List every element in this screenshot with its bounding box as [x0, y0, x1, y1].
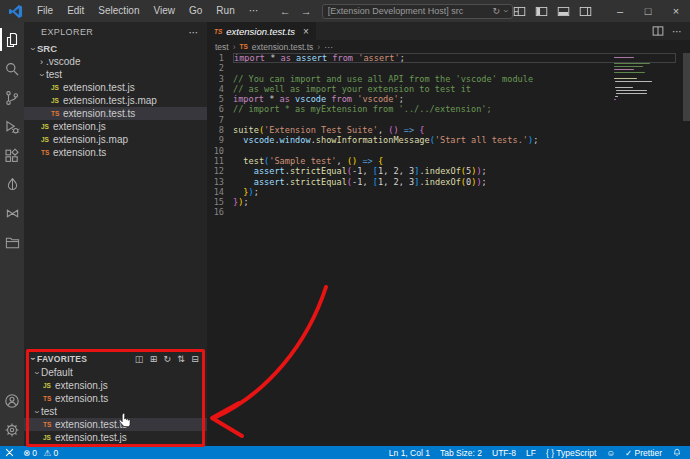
sidebar: EXPLORER ⋯ ›SRC›.vscode›testJSextension.…: [24, 22, 207, 446]
command-center[interactable]: [Extension Development Host] src ↻ ›: [322, 4, 513, 19]
code-line-14[interactable]: 14 });: [207, 187, 690, 197]
close-button[interactable]: ×: [662, 0, 690, 22]
fav-extension-js[interactable]: JSextension.js: [24, 379, 207, 392]
file-extension-test-js[interactable]: JSextension.test.js: [24, 81, 207, 94]
fav-extension-test-js[interactable]: JSextension.test.js: [24, 431, 207, 444]
chevron-down-icon[interactable]: ›: [28, 355, 38, 364]
code-editor[interactable]: 1import * as assert from 'assert';23// Y…: [207, 53, 690, 446]
activity-bar: [0, 22, 24, 446]
menu-edit[interactable]: Edit: [60, 0, 91, 22]
activity-source-control[interactable]: [0, 83, 24, 112]
token: *: [265, 53, 281, 63]
status-prettier[interactable]: ✓ Prettier: [625, 448, 662, 458]
activity-bowtie-extension[interactable]: [0, 199, 24, 228]
minimize-button[interactable]: –: [606, 0, 634, 22]
maximize-button[interactable]: □: [634, 0, 662, 22]
breadcrumb-symbol[interactable]: ⋯: [324, 42, 333, 52]
code-line-8[interactable]: 8suite('Extension Test Suite', () => {: [207, 125, 690, 135]
collapse-all-icon[interactable]: ⊟: [191, 354, 199, 364]
code-line-15[interactable]: 15});: [207, 197, 690, 207]
folder-vscode[interactable]: ›.vscode: [24, 55, 207, 68]
fav-group-test[interactable]: ›test: [24, 405, 207, 418]
breadcrumb-folder[interactable]: test: [215, 42, 229, 52]
refresh-icon[interactable]: ↻: [492, 6, 500, 16]
status-eol-lf[interactable]: LF: [526, 448, 536, 458]
token: 'Sample test': [269, 156, 336, 166]
search-icon: [4, 61, 20, 77]
menu-run[interactable]: Run: [209, 0, 241, 22]
file-extension-test-js-map[interactable]: JSextension.test.js.map: [24, 94, 207, 107]
tab-close-icon[interactable]: ×: [303, 26, 309, 37]
line-content: test('Sample test', () => {: [233, 156, 690, 166]
breadcrumb: test › TS extension.test.ts › ⋯: [207, 40, 690, 53]
editor-more-actions-icon[interactable]: ⋯: [672, 26, 682, 37]
notifications-bell[interactable]: [672, 448, 682, 458]
activity-favorites[interactable]: [0, 228, 24, 257]
activity-extensions[interactable]: [0, 141, 24, 170]
fav-group-default[interactable]: ›Default: [24, 366, 207, 379]
ts-file-icon: TS: [214, 28, 222, 35]
token: -1: [352, 177, 362, 187]
menu-selection[interactable]: Selection: [91, 0, 146, 22]
sort-icon[interactable]: ⇅: [177, 354, 185, 364]
code-line-13[interactable]: 13 assert.strictEqual(-1, [1, 2, 3].inde…: [207, 177, 690, 187]
code-line-6[interactable]: 6// import * as myExtension from '../../…: [207, 104, 690, 114]
tab-bar: TS extension.test.ts × ⋯: [207, 22, 690, 40]
fav-extension-test-ts[interactable]: TSextension.test.ts: [24, 418, 207, 431]
file-extension-test-ts[interactable]: TSextension.test.ts: [24, 107, 207, 120]
code-line-7[interactable]: 7: [207, 115, 690, 125]
code-line-10[interactable]: 10: [207, 146, 690, 156]
chevron-right-icon: ›: [37, 57, 46, 67]
code-line-11[interactable]: 11 test('Sample test', () => {: [207, 156, 690, 166]
explorer-more-actions-icon[interactable]: ⋯: [189, 27, 199, 38]
minimap[interactable]: [614, 56, 656, 104]
history-back-icon[interactable]: ←: [280, 5, 291, 17]
problems-indicator[interactable]: ⊗ 0 ⚠ 0: [23, 448, 58, 458]
favorites-title: FAVORITES: [37, 354, 87, 364]
explorer-tree: ›SRC›.vscode›testJSextension.test.jsJSex…: [24, 42, 207, 159]
refresh-icon[interactable]: ↻: [163, 354, 171, 364]
menu-go[interactable]: Go: [182, 0, 209, 22]
split-editor-icon[interactable]: [652, 25, 664, 37]
remote-indicator[interactable]: [5, 448, 14, 457]
status-tab-size[interactable]: Tab Size: 2: [440, 448, 482, 458]
settings-button[interactable]: [0, 415, 24, 444]
folder-test[interactable]: ›test: [24, 68, 207, 81]
activity-drop-extension[interactable]: [0, 170, 24, 199]
code-line-16[interactable]: 16: [207, 207, 690, 217]
add-to-group-icon[interactable]: ⊞: [150, 354, 158, 364]
customize-layout-icon[interactable]: [513, 5, 526, 18]
status-feedback-smiley[interactable]: ☺: [606, 448, 615, 458]
editor-scrollbar[interactable]: [683, 53, 690, 121]
file-extension-js[interactable]: JSextension.js: [24, 120, 207, 133]
status-cursor-position[interactable]: Ln 1, Col 1: [389, 448, 430, 458]
code-line-9[interactable]: 9 vscode.window.showInformationMessage('…: [207, 135, 690, 145]
toggle-sidebar-icon[interactable]: [535, 5, 548, 18]
menu-view[interactable]: View: [147, 0, 183, 22]
code-line-12[interactable]: 12 assert.strictEqual(-1, [1, 2, 3].inde…: [207, 166, 690, 176]
error-count: 0: [32, 448, 37, 458]
chevron-down-icon[interactable]: ›: [501, 10, 511, 13]
fav-extension-ts[interactable]: TSextension.ts: [24, 392, 207, 405]
toggle-secondary-sidebar-icon[interactable]: [579, 5, 592, 18]
account-button[interactable]: [0, 386, 24, 415]
activity-explorer[interactable]: [0, 25, 24, 54]
token: ,: [378, 125, 388, 135]
activity-search[interactable]: [0, 54, 24, 83]
activity-run-debug[interactable]: [0, 112, 24, 141]
token: ,: [362, 177, 372, 187]
menu-file[interactable]: File: [30, 0, 60, 22]
status-encoding[interactable]: UTF-8: [492, 448, 516, 458]
tab-extension-test-ts[interactable]: TS extension.test.ts ×: [207, 22, 316, 40]
toggle-panel-icon[interactable]: [557, 5, 570, 18]
breadcrumb-file[interactable]: extension.test.ts: [252, 42, 313, 52]
status-language-typescript[interactable]: { } TypeScript: [546, 448, 596, 458]
history-forward-icon[interactable]: →: [301, 5, 312, 17]
folder-src[interactable]: ›SRC: [24, 42, 207, 55]
menu-more[interactable]: ⋯: [242, 0, 266, 22]
group-icon[interactable]: ◫: [135, 354, 144, 364]
token: strictEqual: [290, 166, 347, 176]
file-extension-js-map[interactable]: JSextension.js.map: [24, 133, 207, 146]
line-number: 4: [207, 84, 233, 94]
file-extension-ts[interactable]: TSextension.ts: [24, 146, 207, 159]
